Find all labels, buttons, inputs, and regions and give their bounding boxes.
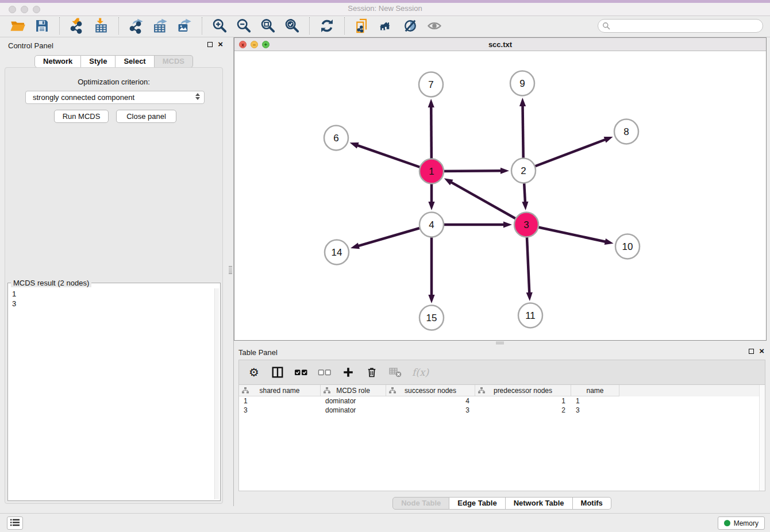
- criterion-select-value: strongly connected component: [33, 93, 134, 102]
- tab-select[interactable]: Select: [116, 55, 154, 68]
- export-table-icon[interactable]: [151, 17, 170, 35]
- graph-node-1[interactable]: 1: [419, 159, 444, 184]
- delete-column-icon[interactable]: [365, 365, 379, 379]
- graph-node-6[interactable]: 6: [324, 126, 348, 151]
- table-settings-icon[interactable]: ⚙: [247, 365, 261, 379]
- column-header-predecessor-nodes[interactable]: predecessor nodes: [475, 385, 571, 396]
- graph-node-4[interactable]: 4: [419, 213, 444, 237]
- graph-node-label: 6: [333, 133, 338, 144]
- table-header-row: shared nameMCDS rolesuccessor nodesprede…: [239, 385, 765, 396]
- save-icon[interactable]: [33, 17, 51, 35]
- graph-node-label: 9: [519, 78, 525, 89]
- vertical-splitter[interactable]: [228, 37, 234, 506]
- titlebar-accent: [0, 0, 770, 3]
- run-mcds-button[interactable]: Run MCDS: [54, 110, 109, 123]
- eye-icon[interactable]: [425, 17, 444, 35]
- clear-selection-icon[interactable]: [318, 365, 332, 379]
- graph-node-label: 10: [622, 241, 633, 252]
- graph-edge-3-10[interactable]: [526, 225, 614, 245]
- graph-edge-2-8[interactable]: [523, 137, 613, 171]
- control-panel-tabs: NetworkStyleSelectMCDS: [0, 55, 228, 68]
- graph-edge-1-6[interactable]: [350, 142, 432, 171]
- toolbar-icon-groups: [6, 17, 446, 35]
- zoom-in-icon[interactable]: [210, 17, 229, 35]
- network-window-titlebar[interactable]: x − + scc.txt: [234, 38, 766, 51]
- result-scrollbar[interactable]: [214, 288, 219, 499]
- table-row[interactable]: 1dominator411: [239, 396, 765, 406]
- tab-motifs[interactable]: Motifs: [573, 497, 611, 510]
- graph-node-9[interactable]: 9: [510, 71, 534, 96]
- tab-style[interactable]: Style: [81, 55, 116, 68]
- tab-mcds[interactable]: MCDS: [155, 55, 193, 68]
- float-panel-icon[interactable]: [207, 42, 213, 47]
- task-list-icon: [10, 518, 20, 529]
- table-cell: 2: [475, 406, 571, 415]
- attribute-icon: [242, 387, 249, 394]
- zoom-fit-icon[interactable]: [259, 17, 277, 35]
- horizontal-splitter[interactable]: [234, 341, 770, 345]
- new-network-from-file-icon[interactable]: [353, 17, 371, 35]
- tab-edge-table[interactable]: Edge Table: [449, 497, 505, 510]
- column-header-name[interactable]: name: [571, 385, 619, 396]
- export-image-icon[interactable]: [175, 17, 194, 35]
- table-row[interactable]: 3dominator323: [239, 406, 765, 415]
- search-icon: [602, 22, 610, 32]
- network-canvas[interactable]: 7968124314101511: [234, 51, 766, 340]
- search-field-wrap: [598, 19, 763, 33]
- toolbar-divider: [202, 17, 202, 34]
- search-input[interactable]: [598, 19, 763, 33]
- titlebar: Session: New Session: [0, 0, 770, 16]
- graph-node-label: 8: [623, 126, 629, 137]
- mcds-result-text[interactable]: 1 3: [10, 289, 213, 498]
- graph-node-2[interactable]: 2: [511, 159, 536, 183]
- zoom-out-icon[interactable]: [234, 17, 253, 35]
- task-history-button[interactable]: [7, 516, 23, 530]
- close-panel-button[interactable]: Close panel: [116, 110, 176, 123]
- column-header-shared-name[interactable]: shared name: [239, 385, 321, 396]
- main-toolbar: [0, 16, 770, 37]
- graph-node-10[interactable]: 10: [615, 234, 640, 259]
- destroy-table-icon: [388, 365, 402, 379]
- graph-node-8[interactable]: 8: [614, 119, 638, 144]
- graph-node-11[interactable]: 11: [518, 303, 542, 328]
- network-window: x − + scc.txt 7968124314101511: [234, 37, 767, 341]
- graph-edge-3-1[interactable]: [444, 178, 526, 225]
- column-header-successor-nodes[interactable]: successor nodes: [386, 385, 475, 396]
- table-cell: 1: [239, 396, 321, 406]
- table-cell: 1: [475, 396, 571, 406]
- home-icon[interactable]: [377, 17, 395, 35]
- style-visibility-icon[interactable]: [401, 17, 419, 35]
- table-cell: dominator: [321, 406, 386, 415]
- memory-button[interactable]: Memory: [718, 516, 765, 530]
- column-header-MCDS-role[interactable]: MCDS role: [321, 385, 386, 396]
- table-scrollbar[interactable]: [759, 385, 765, 491]
- table-body: 1dominator4113dominator323: [239, 396, 765, 415]
- split-pane-icon[interactable]: [271, 365, 284, 379]
- criterion-select[interactable]: strongly connected component: [25, 91, 205, 104]
- toolbar-divider: [344, 17, 345, 34]
- table-panel-tabs: Node TableEdge TableNetwork TableMotifs: [234, 497, 770, 510]
- splitter-grip[interactable]: [229, 266, 232, 274]
- graph-node-3[interactable]: 3: [514, 213, 538, 237]
- network-graph[interactable]: 7968124314101511: [234, 51, 766, 340]
- close-panel-icon[interactable]: ×: [218, 41, 223, 48]
- export-network-icon[interactable]: [127, 17, 145, 35]
- import-network-icon[interactable]: [68, 17, 86, 35]
- float-table-panel-icon[interactable]: [749, 349, 754, 354]
- add-column-icon[interactable]: [341, 365, 355, 379]
- graph-node-15[interactable]: 15: [419, 306, 444, 330]
- refresh-icon[interactable]: [318, 17, 336, 35]
- graph-node-14[interactable]: 14: [325, 240, 349, 265]
- graph-node-7[interactable]: 7: [419, 72, 443, 97]
- function-builder-icon: f(x): [412, 365, 429, 379]
- horizontal-splitter-grip[interactable]: [496, 342, 504, 344]
- close-table-panel-icon[interactable]: ×: [759, 348, 764, 354]
- zoom-selected-icon[interactable]: [283, 17, 301, 35]
- import-table-icon[interactable]: [92, 17, 110, 35]
- attribute-icon: [324, 387, 330, 394]
- tab-network[interactable]: Network: [34, 55, 81, 68]
- open-file-icon[interactable]: [9, 17, 27, 35]
- select-all-icon[interactable]: [294, 365, 308, 379]
- tab-node-table[interactable]: Node Table: [392, 497, 449, 510]
- tab-network-table[interactable]: Network Table: [506, 497, 573, 510]
